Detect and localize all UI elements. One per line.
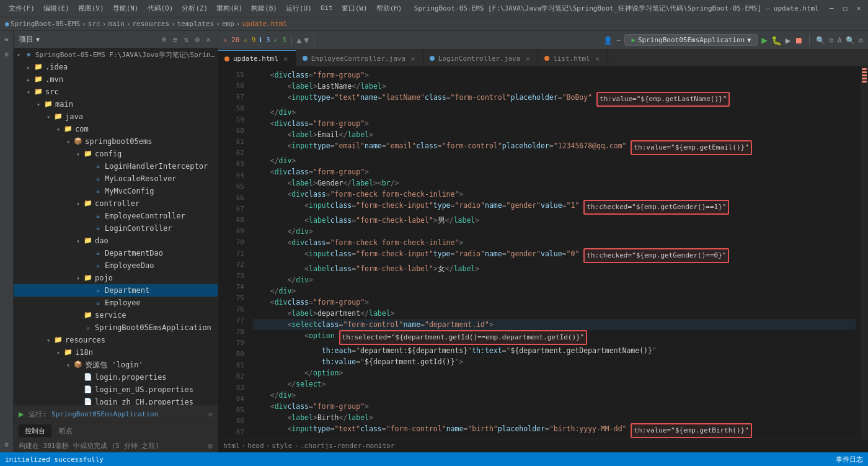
- maximize-button[interactable]: □: [841, 4, 849, 13]
- left-icon-1[interactable]: ≡: [1, 34, 12, 45]
- panel-sort-icon[interactable]: ⇅: [182, 34, 191, 45]
- menu-help[interactable]: 帮助(H): [373, 2, 406, 14]
- tree-item-loginhandlerinterceptor[interactable]: ▸ ☕ LoginHandlerInterceptor: [14, 160, 218, 173]
- menu-window[interactable]: 窗口(W): [338, 2, 371, 14]
- tab-update-html[interactable]: update.html ×: [218, 50, 296, 66]
- menu-refactor[interactable]: 重构(R): [213, 2, 246, 14]
- tree-item-department[interactable]: ▸ ☕ Department: [14, 284, 218, 297]
- tab-close-logincontroller[interactable]: ×: [524, 53, 531, 64]
- menu-view[interactable]: 视图(V): [74, 2, 108, 14]
- breadcrumb-path-html[interactable]: html: [223, 442, 240, 450]
- file-tree[interactable]: ▾ ◈ SpringBoot-05-EMS F:\JAVA\Java学习笔记\S…: [14, 48, 218, 405]
- toolbar-settings-icon[interactable]: ⚙: [829, 36, 833, 45]
- tree-item-login-en[interactable]: ▸ 📄 login_en_US.properties: [14, 383, 218, 396]
- tree-item-src[interactable]: ▾ 📁 src: [14, 86, 218, 98]
- tab-close-list-html[interactable]: ×: [594, 53, 601, 64]
- run-icon[interactable]: ▶: [19, 409, 24, 419]
- tree-item-com[interactable]: ▾ 📁 com: [14, 123, 218, 135]
- tree-item-idea[interactable]: ▸ 📁 .idea: [14, 61, 218, 73]
- breadcrumb-part-4[interactable]: templates: [177, 20, 215, 28]
- menu-bar[interactable]: 文件(F) 编辑(E) 视图(V) 导航(N) 代码(O) 分析(Z) 重构(R…: [5, 2, 406, 14]
- tree-item-departmentdao[interactable]: ▸ ☕ DepartmentDao: [14, 247, 218, 259]
- tab-logincontroller[interactable]: LoginController.java ×: [423, 50, 538, 66]
- tree-item-employee[interactable]: ▸ ☕ Employee: [14, 297, 218, 309]
- close-button[interactable]: ×: [854, 4, 863, 13]
- toolbar-search-icon[interactable]: 🔍: [816, 36, 825, 45]
- tree-item-employeecontroller[interactable]: ▸ ☕ EmployeeController: [14, 210, 218, 222]
- toolbar-gear2-icon[interactable]: ⚙: [859, 36, 863, 45]
- menu-run[interactable]: 运行(U): [282, 2, 316, 14]
- tab-breakpoints[interactable]: 断点: [53, 424, 79, 437]
- minimize-button[interactable]: ─: [827, 4, 836, 13]
- toolbar-avatar-icon[interactable]: 👤: [603, 36, 613, 45]
- panel-dropdown-icon[interactable]: ▼: [36, 36, 40, 43]
- tree-item-pojo[interactable]: ▾ 📁 pojo: [14, 272, 218, 284]
- editor-content[interactable]: 5556575859 6061626364 6566676869 7071727…: [218, 67, 868, 439]
- tree-item-resources[interactable]: ▾ 📁 resources: [14, 334, 218, 346]
- tab-close-employeecontroller[interactable]: ×: [409, 53, 417, 64]
- right-scroll-indicators[interactable]: [861, 67, 868, 439]
- breadcrumb-path-style[interactable]: style: [272, 442, 292, 450]
- panel-collapse-icon[interactable]: ≡: [171, 34, 180, 45]
- tree-item-login-bundle[interactable]: ▾ 📦 资源包 'login': [14, 359, 218, 371]
- tree-item-springbootapp[interactable]: ▸ ☕ SpringBoot05EmsApplication: [14, 321, 218, 334]
- tree-item-springboot05ems[interactable]: ▾ 📦 springboot05ems: [14, 135, 218, 148]
- tree-item-config[interactable]: ▾ 📁 config: [14, 148, 218, 160]
- bottom-settings-icon[interactable]: ⚙: [208, 441, 213, 450]
- tree-item-i18n[interactable]: ▾ 📁 i18n: [14, 346, 218, 359]
- code-editor[interactable]: <div class="form-group" > <label> LastNa…: [248, 67, 861, 439]
- tab-console[interactable]: 控制台: [19, 424, 51, 437]
- run-app-name[interactable]: SpringBoot05EmsApplication: [51, 410, 158, 418]
- left-icon-3[interactable]: ⚙: [1, 439, 12, 450]
- breadcrumb-part-0[interactable]: SpringBoot-05-EMS: [11, 20, 81, 28]
- menu-git[interactable]: Git: [317, 2, 337, 14]
- tree-item-mylocalresolver[interactable]: ▸ ☕ MyLocaleResolver: [14, 173, 218, 185]
- tab-list-html[interactable]: list.html ×: [538, 50, 608, 66]
- tree-item-mvn[interactable]: ▸ 📁 .mvn: [14, 73, 218, 86]
- bottom-panel-tabs[interactable]: 控制台 断点: [14, 423, 218, 439]
- toolbar-back-icon[interactable]: ←: [616, 36, 621, 45]
- panel-add-icon[interactable]: ⊕: [160, 34, 169, 45]
- tree-item-mymvcconfig[interactable]: ▸ ☕ MyMvcConfig: [14, 185, 218, 197]
- tree-item-employeedao[interactable]: ▸ ☕ EmployeeDao: [14, 259, 218, 272]
- toolbar-search2-icon[interactable]: 🔍: [846, 36, 855, 45]
- panel-actions[interactable]: ⊕ ≡ ⇅ ⚙ ×: [160, 34, 213, 45]
- tree-item-service[interactable]: ▸ 📁 service: [14, 309, 218, 321]
- breadcrumb-part-3[interactable]: resources: [132, 20, 169, 28]
- left-icon-2[interactable]: ⚙: [1, 48, 12, 60]
- breadcrumb-part-5[interactable]: emp: [222, 20, 234, 28]
- toolbar-translate-icon[interactable]: A: [838, 36, 842, 45]
- menu-code[interactable]: 代码(O): [144, 2, 177, 14]
- tree-item-java[interactable]: ▾ 📁 java: [14, 110, 218, 123]
- tab-close-update-html[interactable]: ×: [282, 53, 290, 64]
- menu-navigate[interactable]: 导航(N): [109, 2, 143, 14]
- tree-item-root[interactable]: ▾ ◈ SpringBoot-05-EMS F:\JAVA\Java学习笔记\S…: [14, 48, 218, 61]
- toolbar-down-icon[interactable]: ▼: [304, 35, 309, 45]
- tree-item-login-prop[interactable]: ▸ 📄 login.properties: [14, 371, 218, 383]
- tree-item-main[interactable]: ▾ 📁 main: [14, 98, 218, 110]
- status-event-log[interactable]: 事件日志: [836, 455, 863, 464]
- run-config-selector[interactable]: ▶ SpringBoot05EmsApplication ▼: [624, 34, 758, 46]
- run-with-coverage-btn[interactable]: ▶: [786, 35, 790, 45]
- stop-btn[interactable]: ⏹: [794, 35, 803, 45]
- menu-edit[interactable]: 编辑(E): [40, 2, 73, 14]
- tree-item-logincontroller[interactable]: ▸ ☕ LoginController: [14, 222, 218, 235]
- run-close-icon[interactable]: ×: [208, 410, 213, 419]
- panel-close-icon[interactable]: ×: [204, 34, 213, 45]
- menu-file[interactable]: 文件(F): [5, 2, 38, 14]
- tree-item-login-zh[interactable]: ▸ 📄 login_zh_CH.properties: [14, 396, 218, 405]
- breadcrumb-part-6[interactable]: update.html: [242, 20, 287, 28]
- tree-item-dao[interactable]: ▾ 📁 dao: [14, 235, 218, 247]
- breadcrumb-path-chartjs[interactable]: .chartjs-render-monitor: [300, 442, 394, 450]
- breadcrumb-part-2[interactable]: main: [108, 20, 125, 28]
- debug-btn[interactable]: 🐛: [771, 35, 782, 45]
- menu-build[interactable]: 构建(B): [247, 2, 281, 14]
- breadcrumb-part-1[interactable]: src: [88, 20, 100, 28]
- tab-employeecontroller[interactable]: EmployeeController.java ×: [296, 50, 423, 66]
- breadcrumb-path-head[interactable]: head: [247, 442, 264, 450]
- panel-settings-icon[interactable]: ⚙: [193, 34, 202, 45]
- tree-item-controller[interactable]: ▾ 📁 controller: [14, 197, 218, 210]
- run-config-dropdown[interactable]: ▼: [747, 37, 751, 43]
- run-btn[interactable]: ▶: [761, 34, 768, 46]
- menu-analyze[interactable]: 分析(Z): [178, 2, 211, 14]
